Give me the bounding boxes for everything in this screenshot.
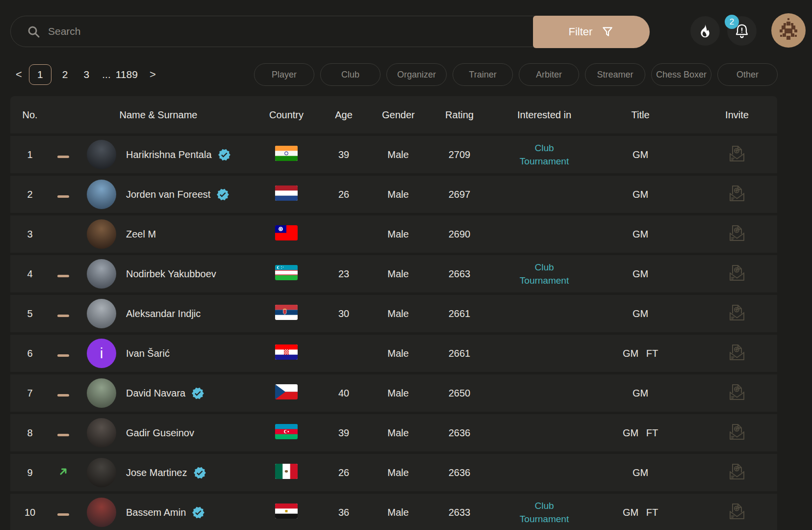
table-row[interactable]: 10Bassem Amin36Male2633ClubTournamentGM … (10, 494, 777, 530)
table-row[interactable]: 3Zeel MMale2690GM (10, 215, 777, 253)
player-name: Jose Martinez (126, 467, 187, 478)
table-row[interactable]: 5Aleksandar Indjic30Male2661GM (10, 295, 777, 332)
column-header-country: Country (267, 109, 305, 121)
notification-badge: 2 (725, 15, 739, 29)
page-button-2[interactable]: 2 (54, 69, 76, 80)
title-cell: GM (584, 149, 697, 160)
player-name: Ivan Šarić (126, 348, 170, 359)
rating-cell: 2663 (414, 268, 505, 280)
invite-button[interactable] (726, 341, 748, 364)
pagination: <123...1189> (12, 63, 160, 86)
title-cell: GM (584, 268, 697, 280)
search-bar: Filter (10, 16, 650, 47)
pagination-next[interactable]: > (146, 68, 160, 81)
page-button-last[interactable]: 1189 (113, 69, 146, 80)
table-row[interactable]: 6iIvan ŠarićMale2661GM FT (10, 335, 777, 372)
invite-envelope-icon (726, 460, 748, 483)
invite-button[interactable] (726, 222, 748, 244)
page-button-1[interactable]: 1 (29, 64, 51, 85)
invite-button[interactable] (726, 301, 748, 324)
flame-icon (697, 23, 713, 39)
invite-envelope-icon (726, 381, 748, 403)
interested-link-club[interactable]: Club (505, 141, 584, 155)
page-button-3[interactable]: 3 (76, 69, 98, 80)
rating-cell: 2709 (414, 149, 505, 160)
rank-number: 2 (10, 189, 50, 200)
country-flag-cz (267, 384, 305, 402)
filter-button[interactable]: Filter (533, 16, 650, 48)
column-header-gender: Gender (382, 109, 414, 121)
interested-link-tournament[interactable]: Tournament (505, 155, 584, 168)
table-row[interactable]: 1Harikrishna Pentala39Male2709ClubTourna… (10, 136, 777, 173)
country-flag-hr (267, 344, 305, 362)
streak-button[interactable] (690, 16, 720, 46)
interested-in-cell: ClubTournament (505, 499, 584, 526)
column-header-rating: Rating (414, 109, 505, 121)
category-pill-organizer[interactable]: Organizer (386, 63, 447, 86)
interested-link-tournament[interactable]: Tournament (505, 512, 584, 526)
interested-link-club[interactable]: Club (505, 499, 584, 512)
title-cell: GM (584, 467, 697, 478)
invite-envelope-icon (726, 142, 748, 165)
category-pill-streamer[interactable]: Streamer (585, 63, 645, 86)
invite-button[interactable] (726, 381, 748, 403)
title-cell: GM FT (584, 348, 697, 359)
gender-cell: Male (382, 308, 414, 319)
verified-icon (216, 188, 229, 201)
search-input[interactable] (48, 16, 499, 47)
category-pill-arbiter[interactable]: Arbiter (519, 63, 579, 86)
rating-cell: 2636 (414, 467, 505, 478)
interested-link-tournament[interactable]: Tournament (505, 274, 584, 287)
title-cell: GM (584, 189, 697, 200)
rating-cell: 2697 (414, 189, 505, 200)
invite-button[interactable] (726, 500, 748, 523)
trend-same-icon (50, 348, 77, 359)
interested-link-club[interactable]: Club (505, 261, 584, 274)
country-flag-uz (267, 265, 305, 283)
table-row[interactable]: 7David Navara40Male2650GM (10, 374, 777, 412)
country-flag-tw (267, 225, 305, 243)
trend-same-icon (50, 149, 77, 160)
table-row[interactable]: 4Nodirbek Yakubboev23Male2663ClubTournam… (10, 255, 777, 292)
table-row[interactable]: 9Jose Martinez26Male2636GM (10, 454, 777, 491)
category-pill-club[interactable]: Club (320, 63, 381, 86)
column-header-name-surname: Name & Surname (50, 109, 267, 121)
column-header-invite: Invite (697, 109, 777, 121)
trend-same-icon (50, 388, 77, 399)
invite-envelope-icon (726, 341, 748, 364)
table-row[interactable]: 8Gadir Guseinov39Male2636GM FT (10, 414, 777, 451)
rank-number: 3 (10, 229, 50, 240)
country-flag-in (267, 146, 305, 163)
invite-button[interactable] (726, 262, 748, 284)
age-cell: 26 (305, 467, 382, 478)
category-pill-trainer[interactable]: Trainer (453, 63, 513, 86)
title-cell: GM (584, 229, 697, 240)
country-flag-nl (267, 186, 305, 203)
country-flag-az (267, 424, 305, 442)
player-avatar (87, 259, 116, 289)
player-avatar (87, 378, 116, 408)
verified-icon (191, 387, 204, 400)
player-name: Zeel M (126, 229, 156, 240)
category-pill-player[interactable]: Player (254, 63, 314, 86)
invite-button[interactable] (726, 182, 748, 205)
category-pill-chess-boxer[interactable]: Chess Boxer (651, 63, 711, 86)
table-body: 1Harikrishna Pentala39Male2709ClubTourna… (10, 136, 777, 530)
invite-envelope-icon (726, 262, 748, 284)
age-cell: 39 (305, 427, 382, 439)
trend-same-icon (50, 427, 77, 439)
user-avatar[interactable] (771, 13, 806, 48)
category-pill-other[interactable]: Other (717, 63, 778, 86)
column-header-age: Age (305, 109, 382, 121)
invite-button[interactable] (726, 421, 748, 443)
invite-envelope-icon (726, 182, 748, 205)
pagination-prev[interactable]: < (12, 68, 26, 81)
table-row[interactable]: 2Jorden van Foreest26Male2697GM (10, 176, 777, 213)
rank-number: 10 (10, 507, 50, 518)
invite-button[interactable] (726, 142, 748, 165)
invite-button[interactable] (726, 460, 748, 483)
gender-cell: Male (382, 149, 414, 160)
player-avatar (87, 219, 116, 249)
age-cell: 23 (305, 268, 382, 280)
category-pills: PlayerClubOrganizerTrainerArbiterStreame… (254, 63, 778, 86)
